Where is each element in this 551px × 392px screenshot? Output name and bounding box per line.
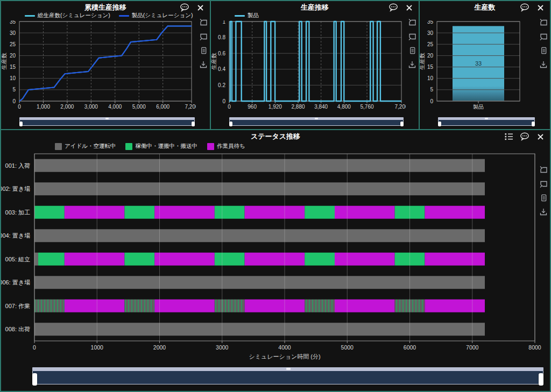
legend-item-active[interactable]: 稼働中・運搬中・搬送中 [125,142,197,150]
x-tick-label: 3,000 [84,104,98,110]
x-tick-label: 2,000 [60,104,74,110]
chart-toolbar [198,17,209,70]
status-segment-striped[interactable] [34,300,65,312]
legend-item-idle[interactable]: アイドル・空運転中 [55,142,116,150]
status-segment-waiting[interactable] [65,206,125,219]
status-segment-active[interactable] [38,253,65,266]
copy-data-icon[interactable] [198,45,209,56]
zoom-box-icon[interactable] [198,17,209,28]
status-transition-chart[interactable]: 001: 入荷002: 置き場003: 加工004: 置き場005: 組立006… [1,153,550,366]
comment-icon[interactable] [519,2,530,13]
status-segment-idle[interactable] [34,323,485,336]
x-tick-label: 3000 [216,344,229,351]
comment-icon[interactable] [388,2,399,13]
range-slider-rail[interactable] [32,367,543,371]
status-segment-waiting[interactable] [425,206,485,219]
status-segment-active[interactable] [124,253,154,266]
range-slider-handle-left[interactable] [438,122,441,126]
cumulative-production-chart[interactable]: 0510152025303501,0002,0003,0004,0005,000… [1,20,196,117]
zoom-reset-icon[interactable] [538,31,549,42]
row-label: 007: 作業 [5,303,30,309]
range-slider-notch[interactable] [485,118,488,119]
status-segment-striped[interactable] [305,300,335,312]
range-slider-handle-right[interactable] [532,122,535,126]
range-slider-notch[interactable] [286,368,291,370]
status-segment-idle[interactable] [34,182,485,195]
range-slider-handle-left[interactable] [19,122,23,126]
range-slider-notch[interactable] [105,118,109,119]
zoom-box-icon[interactable] [538,17,549,28]
range-slider-handle-left[interactable] [229,122,232,126]
status-segment-striped[interactable] [124,300,154,312]
range-slider[interactable] [19,117,195,126]
status-segment-idle[interactable] [34,253,38,266]
bar-value-label: 33 [475,60,482,67]
status-segment-active[interactable] [34,206,65,219]
legend-item-waiting[interactable]: 作業員待ち [207,142,245,150]
production-count-chart[interactable]: 05101520253035製品生産数33 [420,20,534,117]
status-segment-active[interactable] [124,206,154,219]
status-segment-waiting[interactable] [65,253,125,266]
copy-data-icon[interactable] [538,45,549,56]
close-icon[interactable] [535,2,546,13]
range-slider-window[interactable] [32,371,543,384]
download-icon[interactable] [538,59,549,70]
range-slider-window[interactable] [438,120,535,126]
row-label: 002: 置き場 [1,186,30,192]
status-segment-waiting[interactable] [425,253,485,266]
status-segment-waiting[interactable] [245,206,305,219]
legend-item-product[interactable]: 製品 [235,12,259,19]
status-segment-idle[interactable] [34,229,485,242]
status-segment-waiting[interactable] [245,253,305,266]
download-icon[interactable] [538,206,549,217]
production-transition-chart[interactable]: 00.20.40.60.8109601,9202,8803,8404,8005,… [211,20,406,117]
range-slider-handle-left[interactable] [32,373,37,386]
status-segment-active[interactable] [215,253,245,266]
zoom-reset-icon[interactable] [538,179,549,189]
status-segment-idle[interactable] [34,276,485,289]
numbered-list-icon[interactable] [504,131,514,142]
download-icon[interactable] [198,59,209,70]
status-segment-striped[interactable] [215,300,245,312]
close-icon[interactable] [404,2,414,13]
status-segment-waiting[interactable] [335,253,395,266]
legend-item-total[interactable]: 総生産数(シミュレーション) [25,12,110,19]
status-segment-waiting[interactable] [245,300,305,312]
status-segment-active[interactable] [305,206,335,219]
range-slider[interactable] [229,117,404,126]
range-slider-notch[interactable] [315,118,318,119]
legend-item-product[interactable]: 製品(シミュレーション) [119,12,193,19]
copy-data-icon[interactable] [407,45,418,56]
comment-icon[interactable] [179,2,190,13]
status-segment-waiting[interactable] [65,300,125,312]
range-slider-handle-right[interactable] [400,122,404,126]
x-tick-label: 0 [228,104,231,110]
status-segment-waiting[interactable] [425,300,485,312]
range-slider-window[interactable] [19,120,195,126]
chart-toolbar [538,17,549,70]
range-slider[interactable] [438,117,535,126]
range-slider[interactable] [32,367,543,384]
zoom-box-icon[interactable] [538,165,549,175]
range-slider-handle-right[interactable] [539,373,543,386]
copy-data-icon[interactable] [538,193,549,203]
range-slider-handle-right[interactable] [192,122,195,126]
close-icon[interactable] [195,2,206,13]
zoom-reset-icon[interactable] [407,31,418,42]
pulse-series [229,22,401,101]
range-slider-window[interactable] [229,120,404,126]
status-segment-waiting[interactable] [335,300,395,312]
comment-icon[interactable] [519,131,530,142]
status-segment-active[interactable] [215,206,245,219]
download-icon[interactable] [407,59,418,70]
status-segment-waiting[interactable] [335,206,395,219]
status-segment-waiting[interactable] [154,300,215,312]
status-segment-idle[interactable] [34,159,485,172]
close-icon[interactable] [535,131,546,142]
zoom-box-icon[interactable] [407,17,418,28]
status-segment-active[interactable] [305,253,335,266]
zoom-reset-icon[interactable] [198,31,209,42]
status-segment-waiting[interactable] [154,253,215,266]
status-legend: アイドル・空運転中 稼働中・運搬中・搬送中 作業員待ち [55,142,245,150]
status-segment-waiting[interactable] [154,206,215,219]
